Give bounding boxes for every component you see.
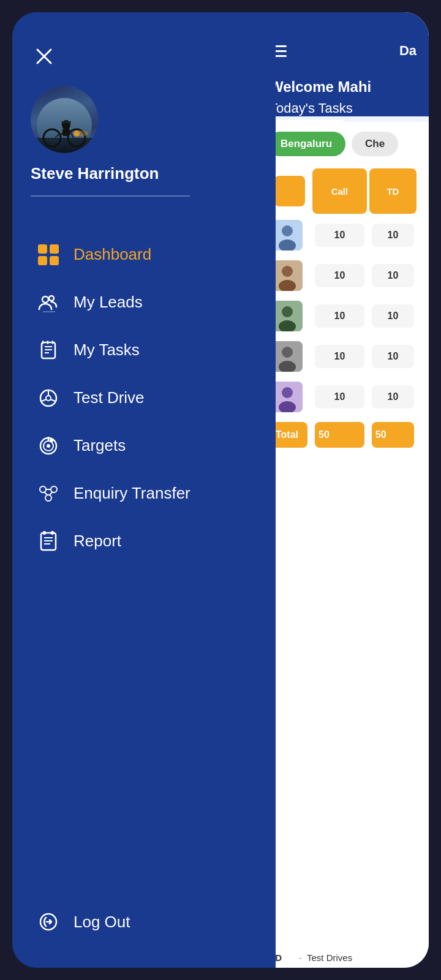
svg-point-22 [46,396,51,401]
col-call-header: Call [312,168,367,214]
svg-rect-3 [37,138,92,153]
main-header: Da [257,12,429,71]
legend-item-td: TD - Test Drives [270,952,417,963]
tab-che[interactable]: Che [352,132,398,156]
svg-line-24 [42,399,47,401]
svg-rect-43 [51,531,54,535]
svg-point-46 [282,225,293,236]
sidebar-item-targets[interactable]: Targets [31,424,257,467]
svg-point-58 [282,387,293,398]
header-title: Da [399,43,417,59]
legend-item-pbfu: PBFU - Post Booking [270,967,417,968]
table-row: 10 10 [270,257,417,295]
sidebar-item-my-leads[interactable]: My Leads [31,281,257,324]
report-icon [37,530,60,553]
table-row: 10 10 [270,297,417,335]
svg-point-55 [282,347,293,358]
person-avatar-5 [272,382,303,412]
sidebar-item-my-tasks[interactable]: My Tasks [31,329,257,372]
logout-button[interactable]: Log Out [31,900,257,943]
svg-point-28 [47,444,50,448]
sidebar: Steve Harrington Dashboard [12,12,276,968]
svg-point-52 [282,306,293,317]
leads-icon [37,291,60,314]
content-area: Bengaluru Che Call TD [257,122,429,943]
steering-icon [37,386,60,410]
svg-rect-42 [43,531,46,535]
target-icon [37,434,60,458]
sidebar-item-dashboard[interactable]: Dashboard [31,233,257,276]
svg-rect-12 [62,129,70,136]
city-tabs: Bengaluru Che [267,132,419,156]
sidebar-item-test-drive[interactable]: Test Drive [31,377,257,420]
dashboard-icon [37,243,60,266]
logout-icon [37,910,60,933]
legend-section: TD - Test Drives PBFU - Post Booking Del… [257,943,429,968]
person-avatar-3 [272,301,303,331]
main-panel: Da Welcome Mahi Today's Tasks Bengaluru … [257,12,429,968]
svg-point-10 [74,130,88,137]
table-header-row: Call TD [270,168,417,214]
tasks-icon [37,339,60,362]
table-row: 10 10 [270,216,417,254]
person-avatar-1 [272,220,303,251]
svg-point-32 [40,486,46,492]
tasks-label: Today's Tasks [257,98,429,116]
avatar-section: Steve Harrington [31,86,257,215]
svg-rect-13 [61,121,71,123]
close-button[interactable] [31,43,58,70]
svg-point-15 [49,296,54,301]
nav-menu: Dashboard My Leads [31,233,257,901]
data-table: Call TD [267,166,419,454]
svg-point-49 [282,266,293,277]
person-avatar-2 [272,260,303,291]
table-row: 10 10 [270,337,417,375]
welcome-text: Welcome Mahi [257,71,429,98]
total-row: Total 50 50 [270,418,417,451]
transfer-icon [37,482,60,505]
col-td-header: TD [369,168,417,214]
svg-line-36 [44,492,47,495]
svg-line-25 [51,399,56,401]
app-container: Steve Harrington Dashboard [12,12,429,968]
sidebar-item-enquiry-transfer[interactable]: Enquiry Transfer [31,472,257,515]
svg-point-33 [51,486,57,492]
sidebar-item-report[interactable]: Report [31,520,257,563]
svg-point-14 [42,296,48,303]
divider [31,195,190,197]
svg-point-34 [45,495,51,501]
user-name: Steve Harrington [31,164,159,183]
person-avatar-4 [272,341,303,372]
avatar [31,86,98,153]
tab-bengaluru[interactable]: Bengaluru [267,132,345,156]
svg-line-37 [50,492,53,495]
table-row: 10 10 [270,378,417,416]
